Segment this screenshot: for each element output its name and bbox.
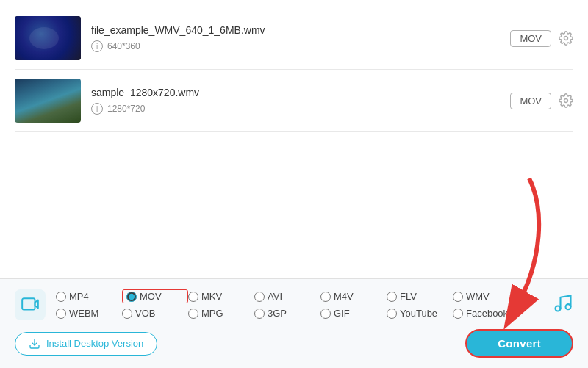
format-option-avi[interactable]: AVI	[254, 289, 320, 303]
format-option-webm[interactable]: WEBM	[56, 306, 122, 320]
format-label-mov: MOV	[140, 291, 162, 302]
convert-button[interactable]: Convert	[465, 329, 573, 358]
format-label-webm: WEBM	[69, 308, 98, 319]
format-label-mpg: MPG	[201, 308, 223, 319]
file-dimensions: 1280*720	[107, 104, 145, 114]
format-row-2: WEBM VOB MPG 3GP	[56, 306, 545, 320]
format-label-avi: AVI	[268, 291, 282, 302]
format-option-mpg[interactable]: MPG	[188, 306, 254, 320]
info-icon: i	[91, 103, 103, 115]
format-option-mp4[interactable]: MP4	[56, 289, 122, 303]
format-options: MP4 MOV MKV AVI	[56, 289, 545, 320]
settings-button[interactable]	[559, 31, 573, 46]
format-label-vob: VOB	[135, 308, 155, 319]
format-selector: MP4 MOV MKV AVI	[15, 289, 573, 320]
thumbnail-image	[15, 16, 81, 60]
format-option-flv[interactable]: FLV	[387, 289, 453, 303]
format-badge[interactable]: MOV	[510, 30, 551, 47]
install-desktop-button[interactable]: Install Desktop Version	[15, 332, 157, 356]
file-list: file_example_WMV_640_1_6MB.wmv i 640*360…	[0, 0, 588, 278]
file-thumbnail	[15, 16, 81, 60]
format-row-1: MP4 MOV MKV AVI	[56, 289, 545, 303]
file-info: sample_1280x720.wmv i 1280*720	[81, 87, 510, 115]
format-label-gif: GIF	[334, 308, 350, 319]
file-item: file_example_WMV_640_1_6MB.wmv i 640*360…	[15, 7, 573, 70]
svg-rect-2	[22, 298, 35, 309]
svg-point-1	[564, 99, 568, 103]
file-info: file_example_WMV_640_1_6MB.wmv i 640*360	[81, 24, 510, 52]
format-option-3gp[interactable]: 3GP	[254, 306, 320, 320]
svg-point-3	[556, 306, 561, 311]
format-option-mkv[interactable]: MKV	[188, 289, 254, 303]
format-option-wmv[interactable]: WMV	[453, 289, 519, 303]
format-option-mov[interactable]: MOV	[122, 289, 188, 303]
bottom-bar: MP4 MOV MKV AVI	[0, 278, 588, 368]
settings-button[interactable]	[559, 93, 573, 108]
format-label-m4v: M4V	[334, 291, 354, 302]
file-item: sample_1280x720.wmv i 1280*720 MOV	[15, 70, 573, 132]
info-icon: i	[91, 40, 103, 52]
format-label-3gp: 3GP	[268, 308, 287, 319]
format-label-mkv: MKV	[201, 291, 222, 302]
bottom-actions: Install Desktop Version Convert	[15, 329, 573, 358]
format-option-facebook[interactable]: Facebook	[453, 306, 519, 320]
install-btn-label: Install Desktop Version	[46, 338, 143, 349]
format-label-wmv: WMV	[466, 291, 490, 302]
format-option-vob[interactable]: VOB	[122, 306, 188, 320]
file-name: sample_1280x720.wmv	[91, 87, 510, 98]
file-thumbnail	[15, 79, 81, 123]
file-dimensions: 640*360	[107, 41, 140, 51]
music-icon	[553, 293, 573, 317]
file-name: file_example_WMV_640_1_6MB.wmv	[91, 24, 510, 36]
format-badge[interactable]: MOV	[510, 93, 551, 109]
file-meta: i 640*360	[91, 40, 510, 52]
format-label-youtube: YouTube	[400, 308, 437, 319]
format-option-gif[interactable]: GIF	[320, 306, 387, 320]
format-option-youtube[interactable]: YouTube	[387, 306, 453, 320]
download-icon	[29, 338, 40, 350]
video-format-icon	[15, 289, 46, 320]
file-meta: i 1280*720	[91, 103, 510, 115]
svg-point-4	[566, 304, 571, 309]
format-label-flv: FLV	[400, 291, 417, 302]
file-actions: MOV	[510, 93, 573, 109]
format-label-mp4: MP4	[69, 291, 89, 302]
svg-point-0	[564, 37, 568, 40]
thumbnail-image	[15, 79, 81, 123]
format-label-facebook: Facebook	[466, 308, 508, 319]
file-actions: MOV	[510, 30, 573, 47]
format-option-m4v[interactable]: M4V	[320, 289, 387, 303]
